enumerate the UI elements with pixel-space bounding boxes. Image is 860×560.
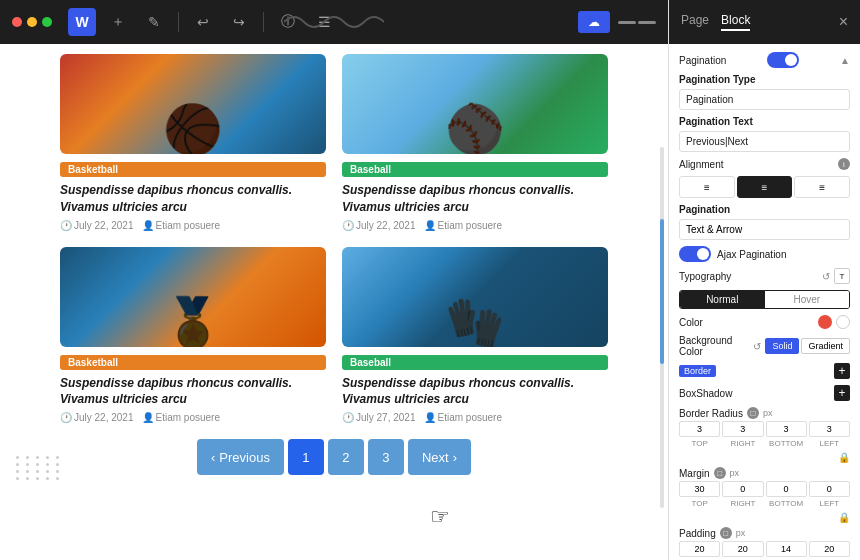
typography-icon[interactable]: T bbox=[834, 268, 850, 284]
post-image: 🏀 bbox=[60, 54, 326, 154]
redo-button[interactable]: ↪ bbox=[225, 8, 253, 36]
pagination-text-title: Pagination Text bbox=[679, 116, 850, 127]
label-right: RIGHT bbox=[722, 499, 763, 508]
align-left-button[interactable]: ≡ bbox=[679, 176, 735, 198]
border-badge: Border bbox=[679, 365, 716, 377]
reset-icon[interactable]: ↺ bbox=[822, 271, 830, 282]
wordpress-icon[interactable]: W bbox=[68, 8, 96, 36]
add-block-button[interactable]: ＋ bbox=[104, 8, 132, 36]
border-add-button[interactable]: + bbox=[834, 363, 850, 379]
post-date: 🕐 July 22, 2021 bbox=[60, 220, 134, 231]
pagination-text-input[interactable] bbox=[679, 131, 850, 152]
post-image: 🧤 bbox=[342, 247, 608, 347]
border-row: Border + bbox=[679, 363, 850, 379]
boxshadow-row: BoxShadow + bbox=[679, 385, 850, 401]
color-label: Color bbox=[679, 317, 703, 328]
pagination-page-3-button[interactable]: 3 bbox=[368, 439, 404, 475]
border-radius-bottom[interactable] bbox=[766, 421, 807, 437]
chevron-up-icon[interactable]: ▲ bbox=[840, 55, 850, 66]
pagination-type-title: Pagination Type bbox=[679, 74, 850, 85]
boxshadow-add-button[interactable]: + bbox=[834, 385, 850, 401]
post-card: 🏀 Basketball Suspendisse dapibus rhoncus… bbox=[60, 54, 326, 231]
margin-bottom[interactable] bbox=[766, 481, 807, 497]
wave-decoration bbox=[284, 12, 384, 32]
scrollbar[interactable] bbox=[660, 147, 664, 508]
align-right-button[interactable]: ≡ bbox=[794, 176, 850, 198]
pagination-text-label: Pagination Text bbox=[679, 116, 753, 127]
post-card: ⚾ Baseball Suspendisse dapibus rhoncus c… bbox=[342, 54, 608, 231]
post-image: 🏅 bbox=[60, 247, 326, 347]
scroll-thumb[interactable] bbox=[660, 219, 664, 363]
topbar-separator2 bbox=[263, 12, 264, 32]
pagination-type-select[interactable]: Pagination bbox=[679, 89, 850, 110]
pagination-label: Pagination bbox=[679, 55, 726, 66]
post-date: 🕐 July 27, 2021 bbox=[342, 412, 416, 423]
normal-tab[interactable]: Normal bbox=[680, 291, 765, 308]
category-badge[interactable]: Baseball bbox=[342, 162, 608, 177]
post-image: ⚾ bbox=[342, 54, 608, 154]
chevron-right-icon: › bbox=[453, 450, 457, 465]
gradient-tab[interactable]: Gradient bbox=[801, 338, 850, 354]
tab-block[interactable]: Block bbox=[721, 13, 750, 31]
post-title: Suspendisse dapibus rhoncus convallis. V… bbox=[342, 375, 608, 409]
margin-lock-icon[interactable]: 🔒 bbox=[679, 512, 850, 523]
margin-left[interactable] bbox=[809, 481, 850, 497]
solid-tab[interactable]: Solid bbox=[765, 338, 799, 354]
padding-unit: px bbox=[736, 528, 746, 538]
category-badge[interactable]: Basketball bbox=[60, 162, 326, 177]
panel-header: Page Block × bbox=[669, 0, 860, 44]
post-meta: 🕐 July 27, 2021 👤 Etiam posuere bbox=[342, 412, 608, 423]
image-figure: ⚾ bbox=[445, 106, 505, 154]
margin-info: □ bbox=[714, 467, 726, 479]
align-center-button[interactable]: ≡ bbox=[737, 176, 793, 198]
content-area: 🏀 Basketball Suspendisse dapibus rhoncus… bbox=[0, 44, 668, 560]
border-radius-top[interactable] bbox=[679, 421, 720, 437]
post-date: 🕐 July 22, 2021 bbox=[60, 412, 134, 423]
border-radius-labels: TOP RIGHT BOTTOM LEFT bbox=[679, 439, 850, 448]
color-picker-red[interactable] bbox=[818, 315, 832, 329]
traffic-lights bbox=[12, 17, 52, 27]
pagination-next-button[interactable]: Next › bbox=[408, 439, 471, 475]
border-radius-right[interactable] bbox=[722, 421, 763, 437]
normal-hover-tabs: Normal Hover bbox=[679, 290, 850, 309]
color-picker-white[interactable] bbox=[836, 315, 850, 329]
border-radius-left[interactable] bbox=[809, 421, 850, 437]
tools-button[interactable]: ✎ bbox=[140, 8, 168, 36]
border-radius-inputs bbox=[679, 421, 850, 437]
panel-body: Pagination ▲ Pagination Type Pagination … bbox=[669, 44, 860, 560]
panel-header-tabs: Page Block bbox=[681, 13, 750, 31]
padding-top[interactable] bbox=[679, 541, 720, 557]
pagination-page-2-button[interactable]: 2 bbox=[328, 439, 364, 475]
tab-page[interactable]: Page bbox=[681, 13, 709, 31]
pagination-toggle[interactable] bbox=[767, 52, 799, 68]
save-draft-button[interactable]: ☁ bbox=[578, 11, 610, 33]
margin-right[interactable] bbox=[722, 481, 763, 497]
ajax-toggle[interactable] bbox=[679, 246, 711, 262]
ajax-label: Ajax Pagination bbox=[717, 249, 787, 260]
post-title: Suspendisse dapibus rhoncus convallis. V… bbox=[60, 182, 326, 216]
pagination-style-select[interactable]: Text & Arrow bbox=[679, 219, 850, 240]
label-left: LEFT bbox=[809, 439, 850, 448]
pagination-page-1-button[interactable]: 1 bbox=[288, 439, 324, 475]
post-meta: 🕐 July 22, 2021 👤 Etiam posuere bbox=[60, 412, 326, 423]
panel-close-button[interactable]: × bbox=[839, 13, 848, 31]
lock-icon[interactable]: 🔒 bbox=[679, 452, 850, 463]
traffic-light-green[interactable] bbox=[42, 17, 52, 27]
dots-decoration bbox=[16, 456, 62, 480]
padding-right[interactable] bbox=[722, 541, 763, 557]
category-badge[interactable]: Baseball bbox=[342, 355, 608, 370]
undo-button[interactable]: ↩ bbox=[189, 8, 217, 36]
padding-bottom[interactable] bbox=[766, 541, 807, 557]
post-author: 👤 Etiam posuere bbox=[424, 412, 502, 423]
margin-labels: TOP RIGHT BOTTOM LEFT bbox=[679, 499, 850, 508]
padding-left[interactable] bbox=[809, 541, 850, 557]
pagination-section: Pagination ▲ Pagination Type Pagination … bbox=[679, 52, 850, 560]
margin-top[interactable] bbox=[679, 481, 720, 497]
bg-reset-icon[interactable]: ↺ bbox=[753, 341, 761, 352]
traffic-light-red[interactable] bbox=[12, 17, 22, 27]
traffic-light-yellow[interactable] bbox=[27, 17, 37, 27]
pagination-prev-button[interactable]: ‹ Previous bbox=[197, 439, 284, 475]
category-badge[interactable]: Basketball bbox=[60, 355, 326, 370]
hover-tab[interactable]: Hover bbox=[765, 291, 850, 308]
margin-label: Margin bbox=[679, 468, 710, 479]
